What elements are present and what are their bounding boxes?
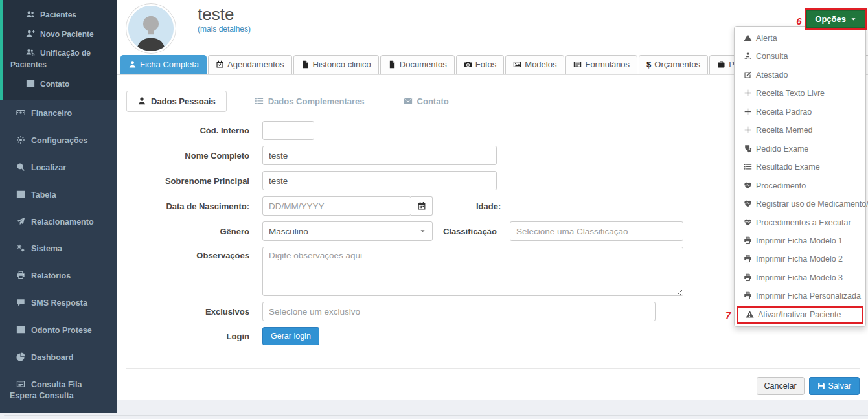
main-content: teste (mais detalhes) 6 Opções Ficha Com… [117, 0, 868, 400]
plus-icon [743, 89, 753, 97]
sidebar-item[interactable]: Configurações [0, 128, 117, 155]
options-menu-item-label: Ativar/Inativar Paciente [758, 310, 841, 319]
grid-icon [16, 325, 25, 334]
options-menu-item-label: Registrar uso de Medicamento/Item [756, 200, 868, 209]
datepicker-button[interactable] [411, 196, 433, 216]
options-menu-item-label: Imprimir Ficha Modelo 2 [756, 255, 843, 264]
patient-name: teste [198, 5, 868, 24]
sidebar-item-label: Odonto Protese [31, 326, 92, 335]
form-row-login: Login Gerar login [126, 327, 868, 345]
observacoes-textarea[interactable] [262, 247, 683, 296]
genero-label: Gênero [126, 227, 249, 236]
genero-select[interactable]: Masculino [262, 221, 433, 241]
patient-tab-label: Documentos [400, 60, 447, 69]
heartbeat-icon [743, 218, 753, 227]
sidebar-submenu-item[interactable]: Unificação de Pacientes [3, 44, 117, 74]
options-menu-item[interactable]: Atestado [735, 66, 865, 84]
envelope-icon [404, 96, 413, 106]
printer-icon [743, 236, 753, 245]
options-button[interactable]: Opções [806, 10, 865, 28]
options-menu-item[interactable]: Ativar/Inativar Paciente [737, 306, 863, 324]
options-menu-item-label: Imprimir Ficha Modelo 3 [756, 273, 843, 282]
cod-interno-label: Cód. Interno [126, 126, 249, 135]
sidebar-item[interactable]: Sistema [0, 236, 117, 263]
exclusivos-input[interactable] [262, 302, 656, 321]
options-menu-item[interactable]: Procedimentos a Executar [735, 214, 865, 232]
options-menu-item[interactable]: Receita Memed [735, 121, 865, 139]
sidebar-item[interactable]: Financeiro [0, 100, 117, 128]
gears-icon [16, 243, 25, 253]
page-edge-line [4, 415, 868, 416]
patient-avatar[interactable] [126, 4, 176, 53]
options-menu-item[interactable]: Alerta [735, 29, 865, 47]
patient-tab[interactable]: Formulários [565, 55, 637, 74]
sidebar-item[interactable]: Consulta Fila Espera Consulta [0, 372, 117, 410]
patient-tab[interactable]: Documentos [380, 55, 455, 74]
options-menu-item[interactable]: Imprimir Ficha Modelo 3 [735, 269, 865, 287]
nascimento-input[interactable] [262, 196, 411, 216]
image-icon [513, 60, 521, 69]
sidebar-item[interactable]: SMS Resposta [0, 290, 117, 317]
options-menu-item[interactable]: Receita Padrão [735, 103, 865, 121]
options-menu-item-label: Consulta [756, 52, 788, 62]
options-menu-item[interactable]: Procedimento [735, 177, 865, 195]
paper-plane-icon [16, 217, 25, 226]
sidebar-item[interactable]: Localizar [0, 155, 117, 182]
nome-completo-input[interactable] [262, 146, 497, 165]
sidebar-submenu-item[interactable]: Pacientes [3, 6, 117, 25]
caret-down-icon [850, 16, 857, 23]
options-menu-item[interactable]: Receita Texto Livre [735, 84, 865, 102]
more-details-link[interactable]: (mais detalhes) [198, 25, 251, 34]
user-icon [128, 60, 137, 69]
patient-tab-label: Orçamentos [654, 60, 700, 69]
options-menu-item[interactable]: Imprimir Ficha Modelo 1 [735, 232, 865, 250]
patient-tab[interactable]: $Orçamentos [639, 55, 708, 74]
patient-tab[interactable]: Fotos [456, 55, 505, 74]
sidebar-item[interactable]: Odonto Protese [0, 317, 117, 345]
sidebar-submenu-item[interactable]: Contato [3, 75, 117, 95]
sidebar-item[interactable]: TISS [0, 410, 117, 419]
options-menu-item[interactable]: Imprimir Ficha Personalizada [735, 287, 865, 305]
patient-tab[interactable]: Modelos [505, 55, 564, 74]
warning-icon [745, 310, 755, 319]
subtab[interactable]: Dados Pessoais [126, 91, 227, 112]
subtab[interactable]: Dados Complementares [244, 91, 376, 112]
options-menu-item-label: Procedimentos a Executar [756, 218, 851, 227]
patient-tab[interactable]: Historico clinico [293, 55, 379, 74]
options-menu-item[interactable]: Resultado Exame [735, 158, 865, 176]
sidebar-item[interactable]: Relacionamento [0, 209, 117, 236]
sobrenome-label: Sobrenome Principal [126, 176, 249, 186]
sidebar-item[interactable]: Tabela [0, 182, 117, 209]
options-menu-item[interactable]: Registrar uso de Medicamento/Item [735, 195, 865, 213]
nascimento-label: Data de Nascimento: [126, 201, 249, 211]
printer-icon [16, 271, 25, 280]
options-menu-item[interactable]: Imprimir Ficha Modelo 2 [735, 250, 865, 268]
sobrenome-input[interactable] [262, 171, 497, 190]
sidebar-item-label: Tabela [31, 190, 56, 199]
sidebar-submenu-item[interactable]: Novo Paciente [3, 25, 117, 45]
subtab[interactable]: Contato [393, 91, 460, 112]
file-icon [388, 60, 396, 69]
sidebar-item[interactable]: Relatórios [0, 263, 117, 290]
briefcase-icon [717, 60, 725, 69]
annotation-box-options: Opções [805, 8, 867, 30]
classificacao-input[interactable] [510, 221, 683, 241]
warning-icon [743, 34, 753, 42]
options-menu-item[interactable]: Pedido Exame [735, 140, 865, 158]
save-button[interactable]: Salvar [809, 377, 860, 395]
options-menu-item-label: Imprimir Ficha Personalizada [756, 292, 861, 301]
printer-icon [743, 291, 753, 300]
cod-interno-input[interactable] [262, 121, 314, 140]
table-list-icon [573, 60, 582, 69]
options-menu-item[interactable]: Consulta [735, 47, 865, 65]
patient-tab-label: Modelos [525, 60, 556, 69]
patient-tab[interactable]: Agendamentos [208, 55, 291, 74]
sidebar-item[interactable]: Dashboard [0, 345, 117, 372]
nome-completo-label: Nome Completo [126, 151, 249, 161]
patient-tab[interactable]: Ficha Completa [120, 55, 207, 74]
sidebar-item-label: Relacionamento [31, 218, 94, 227]
sidebar-main-menu: FinanceiroConfiguraçõesLocalizarTabelaRe… [0, 100, 117, 419]
cancel-button[interactable]: Cancelar [757, 377, 805, 395]
heartbeat-icon [743, 181, 753, 190]
generate-login-button[interactable]: Gerar login [262, 327, 319, 345]
